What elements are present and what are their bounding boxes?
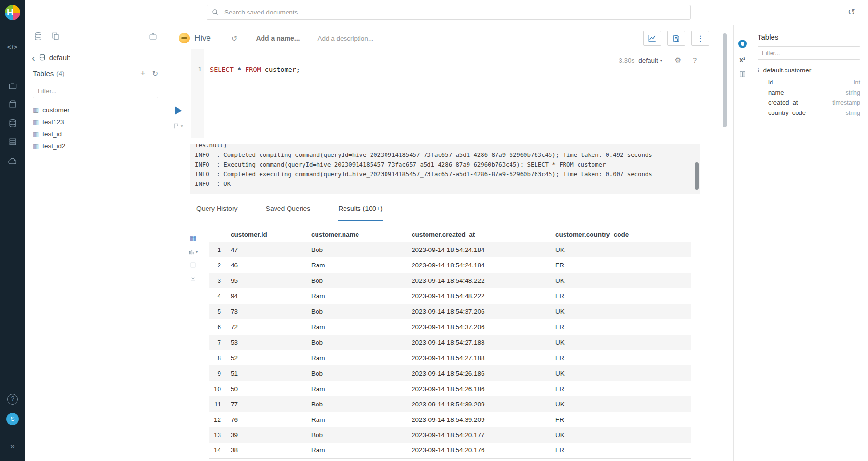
data-cell: 2023-09-14 18:54:39.209 [407,396,551,412]
table-list-item[interactable]: ▦test_id [25,128,166,140]
add-table-icon[interactable]: + [140,69,146,79]
jobs-icon[interactable] [0,81,25,92]
language-docs-icon[interactable] [739,70,746,80]
apps-icon[interactable] [0,99,25,111]
search-input[interactable] [207,5,691,20]
table-list-item[interactable]: ▦customer [25,104,166,116]
row-index-cell: 6 [209,319,226,335]
data-cell: FR [551,381,691,396]
data-cell: 2023-09-14 18:54:48.222 [407,288,551,304]
right-assist-strip: x² [734,25,751,461]
table-list-item[interactable]: ▦test_id2 [25,140,166,152]
tab-saved-queries[interactable]: Saved Queries [266,205,311,221]
data-cell: Ram [306,443,407,458]
row-index-cell: 11 [209,396,226,412]
tab-results[interactable]: Results (100+) [338,205,382,221]
global-history-icon[interactable]: ↺ [848,6,855,17]
log-resize-handle[interactable]: ⋯ [166,194,733,200]
execute-button[interactable] [175,106,182,115]
data-cell: 2023-09-14 18:54:37.206 [407,319,551,335]
info-icon[interactable]: ℹ [758,67,760,74]
hue-logo[interactable]: H [0,0,25,25]
hive-icon [179,33,190,43]
query-name-input[interactable] [256,34,313,42]
log-lines: ies.null)INFO : Completed compiling comm… [195,144,689,189]
query-settings-icon[interactable]: ▾ [173,123,183,129]
column-row[interactable]: created_attimestamp [768,98,860,108]
help-icon[interactable]: ? [0,394,25,405]
help-question-icon[interactable]: ? [693,56,697,64]
results-tbody: 147Bob2023-09-14 18:54:24.184UK246Ram202… [209,242,691,458]
expand-rail-icon[interactable]: » [0,441,25,451]
line-number: 1 [198,66,202,73]
assistant-icon[interactable] [738,40,747,48]
row-index-cell: 10 [209,381,226,396]
data-cell: FR [551,319,691,335]
tab-query-history[interactable]: Query History [196,205,238,221]
table-icon: ▦ [33,118,39,126]
table-name-label: test_id2 [42,142,65,150]
tables-filter-input[interactable] [33,84,158,98]
back-chevron-icon[interactable]: ‹ [32,53,35,63]
table-icon: ▦ [33,106,39,113]
column-header[interactable]: customer.created_at [407,227,551,242]
data-cell: Bob [306,304,407,319]
more-actions-button[interactable]: ⋮ [691,31,709,46]
data-cell: UK [551,365,691,381]
data-cell: 2023-09-14 18:54:20.176 [407,443,551,458]
row-index-cell: 3 [209,273,226,288]
column-name: created_at [768,99,798,106]
search-icon [211,8,219,18]
column-header[interactable]: customer.name [306,227,407,242]
column-header[interactable]: customer.id [226,227,306,242]
download-icon[interactable] [190,275,196,281]
data-cell: 47 [226,242,306,257]
refresh-tables-icon[interactable]: ↻ [152,70,158,78]
settings-gear-icon[interactable]: ⚙ [675,56,681,65]
data-cell: Ram [306,412,407,427]
functions-icon[interactable]: x² [739,56,745,64]
data-cell: FR [551,288,691,304]
main-scrollbar-thumb[interactable] [723,33,727,127]
content-row: ‹ default Tables (4) + ↻ ▦customer▦test1 [25,25,868,461]
columns-view-icon[interactable] [190,262,196,268]
query-history-icon[interactable]: ↺ [231,34,237,43]
database-breadcrumb: ‹ default [25,49,166,65]
query-description-input[interactable] [317,35,424,42]
column-row[interactable]: idint [768,77,860,87]
log-scrollbar-thumb[interactable] [695,162,699,190]
active-table[interactable]: ℹ default.customer [758,67,860,74]
grid-view-icon[interactable]: ▦ [190,234,196,242]
editor-icon[interactable]: </> [0,43,25,51]
row-index-header [209,227,226,242]
caret-down-icon[interactable]: ▾ [660,58,662,63]
query-text[interactable]: SELECT * FROM customer; [210,66,300,73]
editor-main: Hive ↺ ⋮ [166,25,734,461]
data-cell: 46 [226,257,306,273]
chart-view-icon[interactable]: ▾ [188,249,198,255]
apps-briefcase-icon[interactable] [149,32,157,42]
sources-db-icon[interactable] [34,32,42,42]
chart-button[interactable] [643,31,661,46]
documents-icon[interactable] [51,32,60,42]
editor-resize-handle[interactable]: ⋯ [166,138,733,144]
column-type: string [845,110,860,116]
warehouse-icon[interactable] [0,137,25,148]
caret-down-icon: ▾ [181,124,183,128]
column-header[interactable]: customer.country_code [551,227,691,242]
row-index-cell: 7 [209,335,226,350]
column-type: timestamp [832,99,860,106]
database-selector[interactable]: default [638,57,658,64]
table-row: 395Bob2023-09-14 18:54:48.222UK [209,273,691,288]
databases-icon[interactable] [0,119,25,130]
column-row[interactable]: country_codestring [768,108,860,118]
table-row: 1276Ram2023-09-14 18:54:39.209FR [209,412,691,427]
database-name[interactable]: default [49,54,70,62]
right-filter-input[interactable] [758,46,860,60]
save-button[interactable] [667,31,685,46]
user-avatar[interactable]: S [0,413,25,425]
table-list-item[interactable]: ▦test123 [25,116,166,128]
cloud-icon[interactable] [0,156,25,168]
data-cell: FR [551,350,691,365]
column-row[interactable]: namestring [768,87,860,98]
